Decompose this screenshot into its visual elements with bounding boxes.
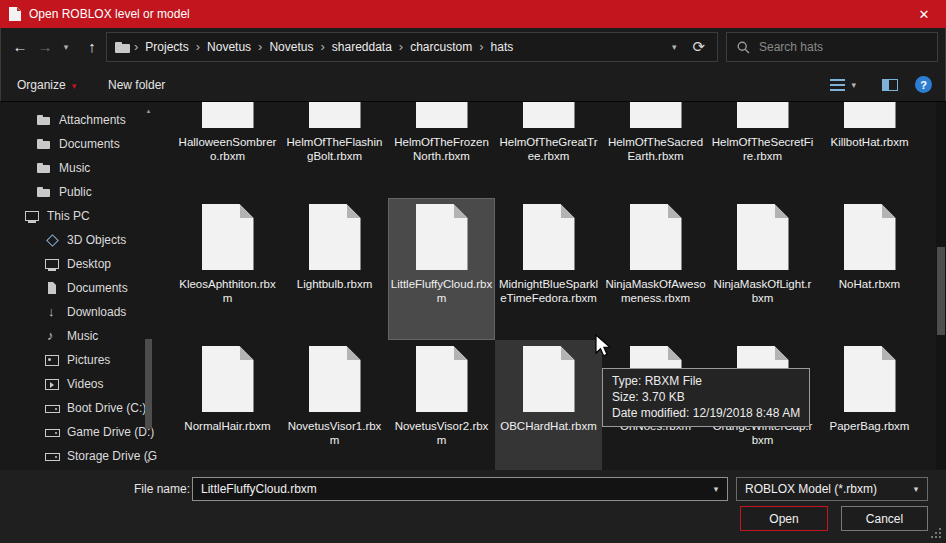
- file-list: HalloweenSombrero.rbxm HelmOfTheFlashing…: [161, 102, 936, 470]
- chevron-down-icon: ▾: [851, 80, 856, 90]
- file-item[interactable]: NovetusVisor1.rbxm: [281, 340, 388, 470]
- file-icon: [737, 102, 789, 128]
- app-icon: [9, 7, 21, 21]
- forward-button[interactable]: →: [34, 32, 56, 62]
- sidebar-item-label: Videos: [67, 377, 103, 391]
- drive-icon: [44, 424, 60, 440]
- address-bar[interactable]: › Projects › Novetus › Novetus › sharedd…: [106, 32, 718, 62]
- chevron-down-icon[interactable]: ▾: [705, 484, 727, 494]
- sidebar-item-storage-drive-g[interactable]: Storage Drive (G: [0, 444, 160, 468]
- resize-grip-icon[interactable]: [931, 528, 942, 539]
- close-button[interactable]: ✕: [902, 0, 946, 28]
- file-row: KleosAphthiton.rbxm Lightbulb.rbxm Littl…: [174, 198, 936, 340]
- file-icon: [844, 346, 896, 412]
- back-button[interactable]: ←: [8, 32, 32, 62]
- new-folder-button[interactable]: New folder: [108, 70, 165, 100]
- file-type-select[interactable]: ROBLOX Model (*.rbxm) ▾: [736, 477, 928, 501]
- title-bar: Open ROBLOX level or model ✕: [0, 0, 946, 28]
- chevron-down-icon: ▾: [72, 81, 77, 91]
- sidebar-item-3d-objects[interactable]: 3D Objects: [0, 228, 160, 252]
- breadcrumb-item-charcustom[interactable]: charcustom: [403, 33, 479, 61]
- file-icon: [630, 102, 682, 128]
- file-item[interactable]: HelmOfTheFrozenNorth.rbxm: [388, 102, 495, 198]
- change-view-button[interactable]: ▾: [830, 78, 856, 91]
- organize-button[interactable]: Organize▾: [17, 70, 76, 100]
- file-item[interactable]: HelmOfTheFlashingBolt.rbxm: [281, 102, 388, 198]
- sidebar-item-music[interactable]: Music: [0, 156, 160, 180]
- file-item[interactable]: KillbotHat.rbxm: [816, 102, 923, 198]
- scroll-down-icon[interactable]: ▾: [144, 456, 153, 466]
- tooltip-size: Size: 3.70 KB: [612, 389, 800, 405]
- file-icon: [416, 204, 468, 270]
- breadcrumb-item-hats[interactable]: hats: [484, 33, 521, 61]
- breadcrumb-item-novetus2[interactable]: Novetus: [262, 33, 320, 61]
- file-item[interactable]: PaperBag.rbxm: [816, 340, 923, 470]
- up-button[interactable]: ↑: [80, 32, 104, 62]
- file-item[interactable]: NoHat.rbxm: [816, 198, 923, 340]
- file-name: NovetusVisor1.rbxm: [284, 419, 386, 447]
- sidebar-item-attachments[interactable]: Attachments: [0, 108, 160, 132]
- sidebar-item-label: Pictures: [67, 353, 110, 367]
- file-icon: [202, 346, 254, 412]
- picture-icon: [44, 352, 60, 368]
- file-item[interactable]: HalloweenSombrero.rbxm: [174, 102, 281, 198]
- file-icon: [523, 102, 575, 128]
- file-item[interactable]: NinjaMaskOfAwesomeness.rbxm: [602, 198, 709, 340]
- file-list-scrollbar-thumb[interactable]: [937, 247, 945, 335]
- sidebar-item-label: This PC: [47, 209, 90, 223]
- chevron-down-icon[interactable]: ▾: [905, 484, 927, 494]
- sidebar-item-boot-drive-c[interactable]: Boot Drive (C:): [0, 396, 160, 420]
- sidebar-item-documents[interactable]: Documents: [0, 132, 160, 156]
- file-name: KleosAphthiton.rbxm: [177, 277, 279, 305]
- sidebar-item-this-pc[interactable]: This PC: [0, 204, 160, 228]
- file-icon: [202, 102, 254, 128]
- file-item[interactable]: HelmOfTheGreatTree.rbxm: [495, 102, 602, 198]
- file-name: HelmOfTheSacredEarth.rbxm: [605, 135, 707, 163]
- folder-icon: [36, 112, 52, 128]
- help-button[interactable]: ?: [915, 76, 932, 93]
- file-icon: [523, 346, 575, 412]
- file-item[interactable]: HelmOfTheSecretFire.rbxm: [709, 102, 816, 198]
- file-item[interactable]: NormalHair.rbxm: [174, 340, 281, 470]
- file-item[interactable]: HelmOfTheSacredEarth.rbxm: [602, 102, 709, 198]
- open-button[interactable]: Open: [740, 506, 828, 531]
- file-item-hovered[interactable]: OBCHardHat.rbxm: [495, 340, 602, 470]
- breadcrumb-item-novetus[interactable]: Novetus: [200, 33, 258, 61]
- sidebar-item-game-drive-d[interactable]: Game Drive (D:): [0, 420, 160, 444]
- sidebar-item-pictures[interactable]: Pictures: [0, 348, 160, 372]
- window-title: Open ROBLOX level or model: [29, 7, 190, 21]
- tooltip-modified: Date modified: 12/19/2018 8:48 AM: [612, 405, 800, 421]
- file-icon: [309, 102, 361, 128]
- preview-pane-button[interactable]: [882, 79, 898, 91]
- file-list-scrollbar[interactable]: [936, 102, 946, 470]
- breadcrumb-item-projects[interactable]: Projects: [138, 33, 195, 61]
- search-box[interactable]: Search hats: [726, 32, 938, 62]
- download-icon: [44, 304, 60, 320]
- scroll-up-icon[interactable]: ▴: [144, 106, 153, 116]
- cancel-button[interactable]: Cancel: [841, 506, 928, 531]
- file-item[interactable]: NovetusVisor2.rbxm: [388, 340, 495, 470]
- file-item[interactable]: KleosAphthiton.rbxm: [174, 198, 281, 340]
- sidebar-item-music[interactable]: Music: [0, 324, 160, 348]
- file-item-selected[interactable]: LittleFluffyCloud.rbxm: [388, 198, 495, 340]
- sidebar-scrollbar[interactable]: ▴ ▾: [144, 104, 153, 468]
- sidebar-scrollbar-thumb[interactable]: [145, 339, 152, 429]
- sidebar-item-desktop[interactable]: Desktop: [0, 252, 160, 276]
- sidebar-item-documents[interactable]: Documents: [0, 276, 160, 300]
- recent-locations-chevron-icon[interactable]: ▾: [58, 32, 74, 62]
- file-item[interactable]: Lightbulb.rbxm: [281, 198, 388, 340]
- sidebar-item-label: Music: [67, 329, 98, 343]
- refresh-icon[interactable]: ⟳: [684, 38, 713, 56]
- file-name-input[interactable]: LittleFluffyCloud.rbxm ▾: [192, 477, 728, 501]
- sidebar-item-public[interactable]: Public: [0, 180, 160, 204]
- breadcrumb-item-shareddata[interactable]: shareddata: [325, 33, 399, 61]
- sidebar-item-videos[interactable]: Videos: [0, 372, 160, 396]
- file-item[interactable]: NinjaMaskOfLight.rbxm: [709, 198, 816, 340]
- sidebar-item-label: 3D Objects: [67, 233, 126, 247]
- address-history-chevron-icon[interactable]: ▾: [664, 42, 685, 52]
- sidebar-item-label: Attachments: [59, 113, 126, 127]
- folder-icon: [36, 136, 52, 152]
- sidebar-item-label: Documents: [67, 281, 128, 295]
- file-item[interactable]: MidnightBlueSparkleTimeFedora.rbxm: [495, 198, 602, 340]
- sidebar-item-downloads[interactable]: Downloads: [0, 300, 160, 324]
